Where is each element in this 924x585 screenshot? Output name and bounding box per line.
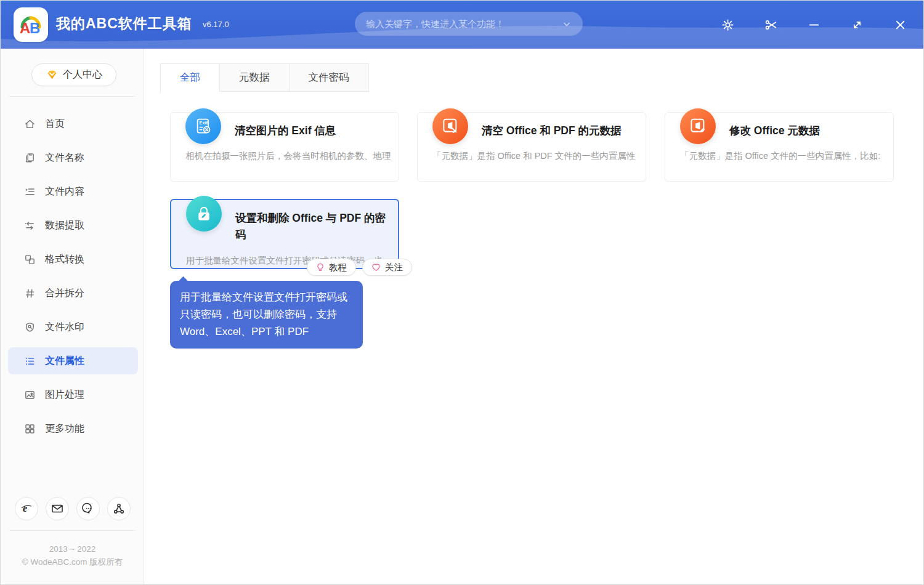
tutorial-label: 教程 bbox=[329, 262, 347, 273]
file-name-icon bbox=[24, 152, 36, 164]
scissors-icon[interactable] bbox=[760, 14, 782, 36]
card-title: 修改 Office 元数据 bbox=[729, 123, 883, 139]
tab-metadata[interactable]: 元数据 bbox=[220, 63, 290, 92]
sidebar-item-file-name[interactable]: 文件名称 bbox=[8, 144, 138, 171]
office-edit-icon bbox=[680, 108, 716, 144]
sidebar-item-home[interactable]: 首页 bbox=[8, 110, 138, 137]
file-content-icon bbox=[24, 186, 36, 198]
sidebar-item-image-processing[interactable]: 图片处理 bbox=[8, 381, 138, 408]
exif-clean-icon: Exif bbox=[185, 108, 221, 144]
card-clear-exif[interactable]: Exif 清空图片的 Exif 信息 相机在拍摄一张照片后，会将当时相机的参数、… bbox=[170, 112, 399, 182]
office-clean-icon bbox=[432, 108, 468, 144]
settings-gear-icon[interactable] bbox=[716, 14, 739, 36]
card-description: 相机在拍摄一张照片后，会将当时相机的参数、地理 bbox=[185, 150, 397, 162]
sidebar-item-label: 数据提取 bbox=[45, 219, 84, 232]
gem-icon bbox=[46, 68, 59, 81]
profile-center-button[interactable]: 个人中心 bbox=[31, 63, 116, 86]
sidebar-item-file-properties[interactable]: 文件属性 bbox=[8, 347, 138, 374]
data-extract-icon bbox=[24, 220, 36, 232]
follow-button[interactable]: 关注 bbox=[362, 259, 412, 276]
profile-center-label: 个人中心 bbox=[63, 68, 102, 81]
app-window: A B 我的ABC软件工具箱 v6.17.0 bbox=[0, 0, 924, 585]
tutorial-button[interactable]: 教程 bbox=[307, 259, 356, 276]
tooltip-text: 用于批量给文件设置文件打开密码或只读密码，也可以删除密码，支持 Word、Exc… bbox=[180, 291, 347, 337]
sidebar-item-label: 图片处理 bbox=[45, 389, 84, 401]
sidebar-item-label: 合并拆分 bbox=[45, 287, 84, 300]
share-icon[interactable] bbox=[107, 497, 131, 520]
minimize-icon[interactable] bbox=[803, 14, 825, 36]
sidebar: 个人中心 首页 文件名称 文件内容 数据提取 格式转换 bbox=[1, 49, 144, 585]
copyright-years: 2013 ~ 2022 bbox=[1, 543, 144, 555]
sidebar-item-label: 格式转换 bbox=[45, 253, 84, 266]
copyright: 2013 ~ 2022 © WodeABC.com 版权所有 bbox=[1, 543, 144, 568]
card-title: 设置和删除 Office 与 PDF 的密码 bbox=[235, 210, 388, 243]
card-description: 「元数据」是指 Office 和 PDF 文件的一些内置属性 bbox=[432, 150, 644, 162]
resize-icon[interactable] bbox=[846, 14, 868, 36]
sidebar-nav: 首页 文件名称 文件内容 数据提取 格式转换 合并拆分 bbox=[8, 110, 138, 449]
quick-search[interactable] bbox=[355, 12, 583, 36]
sidebar-item-label: 文件属性 bbox=[45, 355, 84, 368]
image-processing-icon bbox=[24, 389, 36, 401]
watermark-icon bbox=[24, 321, 36, 333]
more-features-icon bbox=[24, 423, 36, 435]
copyright-owner: © WodeABC.com 版权所有 bbox=[1, 555, 144, 568]
sidebar-divider bbox=[9, 96, 136, 97]
sidebar-item-label: 文件水印 bbox=[45, 321, 84, 334]
card-description: 「元数据」是指 Office 文件的一些内置属性，比如: bbox=[680, 150, 892, 162]
svg-text:e: e bbox=[23, 503, 27, 514]
title-bar: A B 我的ABC软件工具箱 v6.17.0 bbox=[1, 1, 924, 49]
merge-split-icon bbox=[24, 288, 36, 299]
card-edit-office-metadata[interactable]: 修改 Office 元数据 「元数据」是指 Office 文件的一些内置属性，比… bbox=[665, 112, 894, 182]
follow-label: 关注 bbox=[385, 262, 403, 273]
lightbulb-icon bbox=[316, 263, 325, 272]
search-input[interactable] bbox=[366, 18, 562, 29]
sidebar-item-label: 更多功能 bbox=[45, 422, 84, 435]
svg-text:A: A bbox=[20, 20, 30, 36]
sidebar-item-watermark[interactable]: 文件水印 bbox=[8, 313, 138, 341]
sidebar-item-data-extract[interactable]: 数据提取 bbox=[8, 212, 138, 239]
card-clear-office-pdf-metadata[interactable]: 清空 Office 和 PDF 的元数据 「元数据」是指 Office 和 PD… bbox=[417, 112, 646, 182]
main-content: 全部 元数据 文件密码 Exif 清空图片的 Exif 信息 相机在拍摄一张照片… bbox=[144, 49, 924, 585]
mail-icon[interactable] bbox=[46, 497, 69, 520]
sidebar-item-file-content[interactable]: 文件内容 bbox=[8, 178, 138, 205]
card-title: 清空图片的 Exif 信息 bbox=[235, 123, 389, 139]
sidebar-item-format-convert[interactable]: 格式转换 bbox=[8, 246, 138, 273]
sidebar-item-merge-split[interactable]: 合并拆分 bbox=[8, 280, 138, 307]
card-tooltip: 用于批量给文件设置文件打开密码或只读密码，也可以删除密码，支持 Word、Exc… bbox=[170, 281, 363, 349]
card-set-remove-password[interactable]: 设置和删除 Office 与 PDF 的密码 用于批量给文件设置文件打开密码或只… bbox=[170, 199, 399, 269]
card-title: 清空 Office 和 PDF 的元数据 bbox=[482, 123, 636, 139]
app-title: 我的ABC软件工具箱 bbox=[56, 14, 192, 33]
sidebar-item-label: 首页 bbox=[45, 118, 65, 131]
chat-icon[interactable] bbox=[76, 497, 100, 520]
sidebar-item-more-features[interactable]: 更多功能 bbox=[8, 415, 138, 442]
tab-file-password[interactable]: 文件密码 bbox=[290, 63, 369, 92]
category-tabs: 全部 元数据 文件密码 bbox=[160, 63, 369, 92]
password-edit-icon bbox=[186, 196, 222, 232]
sidebar-footer-divider bbox=[9, 530, 136, 531]
chevron-down-icon[interactable] bbox=[562, 19, 572, 29]
svg-text:Exif: Exif bbox=[200, 120, 208, 126]
file-properties-icon bbox=[24, 355, 36, 367]
social-links: e bbox=[1, 497, 144, 520]
format-convert-icon bbox=[24, 254, 36, 265]
sidebar-item-label: 文件名称 bbox=[45, 151, 84, 164]
app-version: v6.17.0 bbox=[203, 20, 229, 29]
close-icon[interactable] bbox=[889, 14, 911, 36]
sidebar-item-label: 文件内容 bbox=[45, 185, 84, 198]
heart-icon bbox=[371, 263, 381, 272]
browser-icon[interactable]: e bbox=[15, 497, 38, 520]
home-icon bbox=[24, 118, 36, 130]
app-logo: A B bbox=[14, 7, 48, 42]
tab-all[interactable]: 全部 bbox=[160, 63, 220, 92]
svg-text:B: B bbox=[30, 20, 40, 36]
window-controls bbox=[716, 1, 916, 49]
